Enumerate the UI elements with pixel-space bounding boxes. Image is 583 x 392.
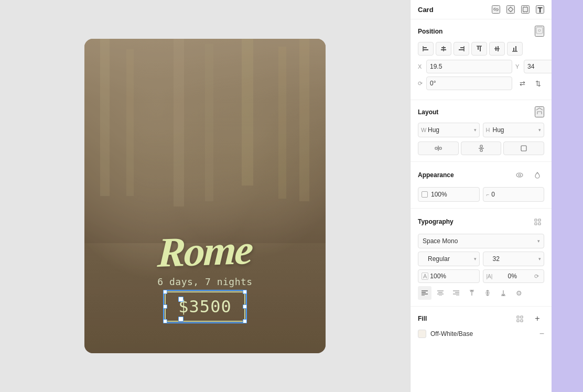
rotation-group: ⟳: [418, 77, 512, 90]
text-icon[interactable]: T: [536, 5, 544, 14]
svg-point-40: [519, 174, 521, 176]
card-content: Rome 6 days, 7 nights $3500: [84, 230, 326, 322]
x-input[interactable]: [426, 60, 512, 73]
font-family-row: Space Mono Inter Roboto ▾: [418, 234, 544, 248]
font-family-select[interactable]: Space Mono Inter Roboto: [418, 234, 544, 248]
typography-header: Typography: [418, 215, 544, 228]
align-left-btn[interactable]: [418, 42, 434, 56]
h-select[interactable]: Hug Fixed Fill: [483, 123, 545, 137]
appearance-section: Appearance 100% ⌐ 0: [411, 162, 552, 209]
svg-rect-63: [517, 316, 519, 318]
fill-label: Fill: [418, 315, 427, 322]
frame-layout-btn[interactable]: [503, 141, 544, 155]
svg-rect-7: [523, 7, 528, 12]
flip-v-icon[interactable]: ⇅: [531, 77, 545, 90]
svg-rect-27: [495, 47, 496, 51]
capture-icon[interactable]: [535, 26, 544, 37]
more-icon[interactable]: ⋮: [547, 77, 552, 90]
position-header: Position: [418, 26, 544, 37]
fill-color-name: Off-White/Base: [430, 330, 535, 337]
tracking-value: 0%: [508, 273, 517, 280]
svg-rect-3: [205, 44, 213, 201]
price-box[interactable]: $3500: [165, 291, 245, 322]
appearance-inputs: 100% ⌐ 0: [418, 187, 544, 202]
handle-br[interactable]: [243, 319, 247, 323]
text-decoration-btn[interactable]: ⚙: [512, 286, 526, 300]
rotation-input[interactable]: [426, 77, 512, 90]
tracking-reset-icon[interactable]: ⟳: [532, 272, 541, 280]
scale-input[interactable]: A 100%: [418, 269, 480, 283]
fill-add-icon[interactable]: +: [531, 312, 544, 325]
handle-tr[interactable]: [243, 290, 247, 294]
scale-tracking-row: A 100% |A| 0% ⟳: [418, 269, 544, 283]
layout-wh-row: W Hug Fixed Fill ▾ H Hug Fixed Fill ▾: [418, 123, 544, 137]
text-align-left-btn[interactable]: [418, 286, 431, 300]
vertical-align-bottom-btn[interactable]: [496, 286, 510, 300]
flip-icon[interactable]: ⇄: [515, 77, 529, 90]
text-align-center-btn[interactable]: [434, 286, 447, 300]
svg-rect-5: [278, 47, 286, 199]
align-middle-v-btn[interactable]: [489, 42, 505, 56]
svg-rect-31: [515, 46, 516, 51]
tracking-icon: |A|: [487, 274, 493, 279]
opacity-input[interactable]: 100%: [418, 187, 480, 202]
fill-grid-icon[interactable]: [513, 312, 526, 325]
handle-mr[interactable]: [243, 304, 247, 309]
vertical-align-middle-btn[interactable]: [481, 286, 494, 300]
radius-icon: ⌐: [487, 192, 490, 198]
handle-bl[interactable]: [163, 319, 167, 323]
appearance-icons: [513, 168, 544, 182]
x-label: X: [418, 63, 424, 70]
font-size-select[interactable]: 32 24 16 48: [483, 252, 545, 266]
fill-section: Fill + Off-White/Base −: [411, 307, 552, 343]
tracking-input[interactable]: |A| 0% ⟳: [483, 269, 545, 283]
handle-tl[interactable]: [163, 290, 167, 294]
expand-icon[interactable]: [535, 106, 544, 117]
frame-icon[interactable]: [521, 5, 530, 14]
typography-grid-icon[interactable]: [531, 215, 544, 228]
card-preview[interactable]: Rome 6 days, 7 nights $3500: [84, 39, 326, 353]
text-align-right-btn[interactable]: [449, 286, 463, 300]
drop-icon[interactable]: [531, 168, 544, 182]
font-weight-wrapper: Regular Bold Medium ▾: [418, 252, 480, 266]
position-section: Position: [411, 19, 552, 100]
link-icon[interactable]: [492, 5, 500, 14]
fill-color-swatch[interactable]: [418, 330, 426, 338]
typography-label: Typography: [418, 218, 454, 225]
handle-ml[interactable]: [163, 304, 167, 309]
svg-rect-43: [535, 223, 537, 225]
svg-rect-0: [100, 39, 110, 196]
layout-align-row: [418, 141, 544, 155]
days-text: 6 days, 7 nights: [157, 276, 252, 287]
distribute-h-btn[interactable]: [418, 141, 459, 155]
w-select[interactable]: Hug Fixed Fill: [418, 123, 480, 137]
radius-value: 0: [491, 191, 495, 198]
svg-rect-28: [498, 46, 499, 51]
vertical-align-top-btn[interactable]: [465, 286, 479, 300]
distribute-v-btn[interactable]: [461, 141, 502, 155]
svg-rect-44: [538, 223, 541, 225]
scale-icon: A: [422, 273, 428, 280]
panel-header: Card T: [411, 0, 552, 19]
diamond-icon[interactable]: [506, 5, 515, 14]
svg-rect-33: [435, 147, 437, 149]
radius-input[interactable]: ⌐ 0: [483, 187, 545, 202]
svg-rect-30: [513, 48, 514, 51]
svg-rect-22: [459, 49, 464, 50]
svg-rect-24: [478, 46, 479, 50]
y-label: Y: [515, 63, 522, 70]
y-input[interactable]: [524, 60, 552, 73]
svg-rect-4: [242, 39, 253, 186]
svg-point-13: [538, 29, 541, 31]
align-top-btn[interactable]: [471, 42, 487, 56]
svg-rect-65: [517, 320, 519, 322]
align-right-btn[interactable]: [454, 42, 469, 56]
svg-rect-41: [535, 219, 537, 221]
eye-icon[interactable]: [513, 168, 526, 182]
align-bottom-btn[interactable]: [507, 42, 523, 56]
font-weight-select[interactable]: Regular Bold Medium: [418, 252, 480, 266]
typography-section: Typography Space Mono Inter Roboto ▾ Reg…: [411, 209, 552, 307]
svg-rect-64: [521, 316, 523, 318]
fill-remove-btn[interactable]: −: [539, 330, 544, 338]
align-center-h-btn[interactable]: [436, 42, 451, 56]
